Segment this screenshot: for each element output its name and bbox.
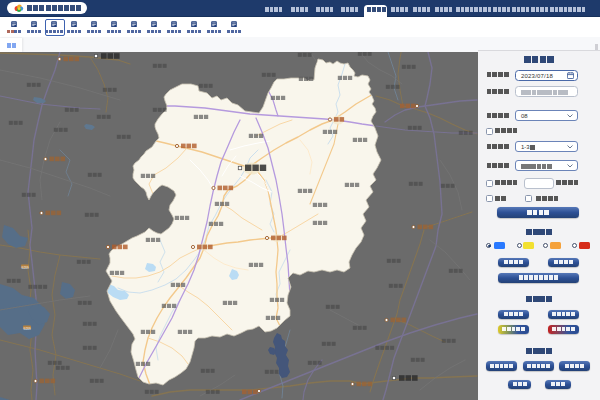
svg-text:G209: G209 (21, 266, 29, 270)
svg-text:G209: G209 (23, 327, 31, 331)
